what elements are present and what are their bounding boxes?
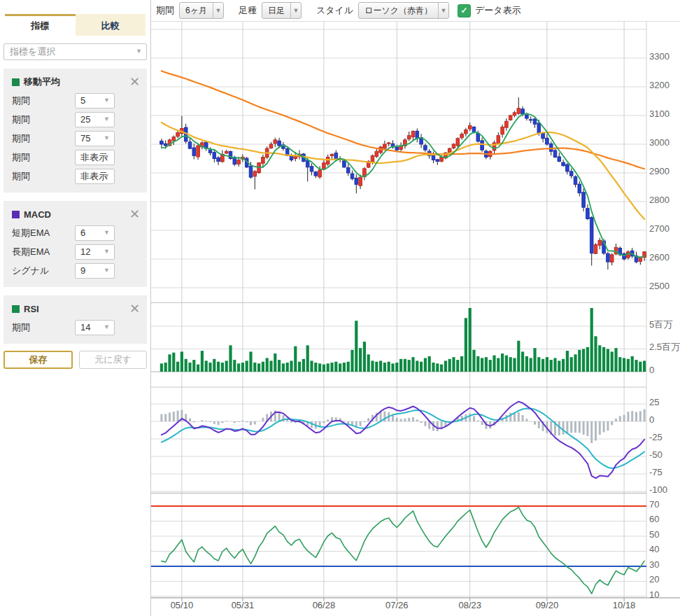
chevron-down-icon: ▼ (290, 3, 301, 18)
svg-text:2600: 2600 (649, 252, 670, 262)
chevron-down-icon: ▼ (104, 248, 110, 255)
svg-text:60: 60 (649, 514, 659, 524)
ma-period-row-3: 期間 75▼ (9, 129, 141, 148)
svg-text:20: 20 (649, 574, 659, 584)
select-value: 6 (80, 227, 85, 238)
panel-title: 移動平均 (24, 76, 60, 88)
rsi-period-row: 期間 14▼ (9, 318, 141, 337)
close-icon[interactable]: ✕ (129, 302, 140, 315)
svg-text:3000: 3000 (649, 137, 670, 148)
svg-text:05/31: 05/31 (232, 600, 255, 610)
svg-text:50: 50 (649, 529, 659, 540)
svg-text:5百万: 5百万 (649, 319, 672, 330)
svg-text:25: 25 (649, 397, 659, 407)
close-icon[interactable]: ✕ (129, 208, 140, 220)
sidebar: 指標 比較 指標を選択 ▼ 移動平均 ✕ 期間 5▼ 期間 25▼ 期間 75 (0, 0, 151, 616)
chevron-down-icon: ▼ (104, 172, 110, 179)
rsi-period-select[interactable]: 14▼ (75, 320, 115, 335)
chevron-down-icon: ▼ (136, 48, 142, 55)
row-label: 期間 (9, 132, 75, 145)
reset-button[interactable]: 元に戻す (79, 351, 147, 369)
bar-type-select[interactable]: 日足▼ (262, 2, 302, 19)
price-panel (160, 71, 646, 270)
row-label: 期間 (9, 321, 75, 334)
ma-color-swatch (12, 78, 20, 86)
save-button[interactable]: 保存 (3, 351, 73, 369)
period-label: 期間 (156, 4, 174, 17)
panel-moving-average: 移動平均 ✕ 期間 5▼ 期間 25▼ 期間 75▼ 期間 非表示▼ 期間 非表… (3, 69, 147, 192)
ma-period-2-select[interactable]: 25▼ (75, 112, 115, 127)
tab-compare[interactable]: 比較 (76, 14, 146, 36)
chevron-down-icon: ▼ (104, 229, 110, 236)
svg-text:-25: -25 (649, 432, 663, 442)
svg-text:2.5百万: 2.5百万 (649, 342, 680, 352)
chart-area: 期間 6ヶ月▼ 足種 日足▼ スタイル ローソク（赤青）▼ ✓ データ表示 33… (151, 0, 680, 616)
close-icon[interactable]: ✕ (129, 76, 140, 88)
svg-text:07/26: 07/26 (385, 600, 409, 610)
ma-period-3-select[interactable]: 75▼ (75, 131, 115, 146)
svg-text:70: 70 (649, 499, 659, 510)
row-label: 期間 (9, 113, 75, 126)
macd-fast-row: 短期EMA 6▼ (9, 223, 141, 242)
svg-text:10/18: 10/18 (613, 600, 636, 610)
rsi-panel (151, 506, 646, 594)
svg-text:2800: 2800 (649, 195, 670, 205)
row-label: 短期EMA (9, 227, 75, 239)
ma-period-1-select[interactable]: 5▼ (75, 93, 115, 108)
ma-period-row-4: 期間 非表示▼ (9, 148, 141, 167)
stock-chart: 3300320031003000290028002700260025005百万2… (151, 22, 680, 616)
axis-labels: 3300320031003000290028002700260025005百万2… (171, 51, 680, 611)
macd-signal-select[interactable]: 9▼ (75, 263, 115, 279)
ma-period-5-select[interactable]: 非表示▼ (75, 169, 115, 184)
row-label: 期間 (9, 94, 75, 107)
svg-text:40: 40 (649, 544, 659, 554)
chevron-down-icon: ▼ (438, 3, 448, 18)
svg-text:06/28: 06/28 (313, 600, 336, 610)
bar-type-label: 足種 (239, 4, 257, 17)
chevron-down-icon: ▼ (104, 115, 110, 122)
macd-signal-row: シグナル 9▼ (9, 261, 141, 280)
data-display-checkbox[interactable]: ✓ (458, 4, 471, 18)
chevron-down-icon: ▼ (104, 153, 110, 160)
chevron-down-icon: ▼ (213, 3, 223, 18)
select-value: 12 (80, 246, 90, 257)
chevron-down-icon: ▼ (104, 134, 110, 141)
gridlines (151, 22, 680, 598)
ma-period-row-2: 期間 25▼ (9, 110, 141, 129)
svg-text:-75: -75 (649, 467, 663, 477)
panel-title: MACD (24, 209, 51, 220)
ma-period-row-1: 期間 5▼ (9, 91, 141, 110)
chevron-down-icon: ▼ (104, 97, 110, 104)
style-select[interactable]: ローソク（赤青）▼ (358, 2, 449, 19)
row-label: 期間 (9, 170, 75, 183)
data-display-label: データ表示 (475, 4, 521, 17)
macd-fast-select[interactable]: 6▼ (75, 225, 115, 241)
chevron-down-icon: ▼ (104, 323, 110, 330)
svg-text:08/23: 08/23 (458, 600, 481, 610)
row-label: 長期EMA (9, 246, 75, 258)
select-value: 日足 (262, 3, 290, 18)
style-label: スタイル (316, 4, 353, 17)
select-value: 5 (80, 95, 85, 106)
svg-text:2900: 2900 (649, 166, 670, 176)
chevron-down-icon: ▼ (104, 267, 110, 274)
indicator-select-placeholder: 指標を選択 (4, 46, 55, 58)
ma-period-4-select[interactable]: 非表示▼ (75, 150, 115, 165)
svg-text:3100: 3100 (649, 108, 670, 119)
select-value: 25 (80, 114, 90, 125)
select-value: 6ヶ月 (180, 3, 213, 18)
panel-macd: MACD ✕ 短期EMA 6▼ 長期EMA 12▼ シグナル 9▼ (3, 201, 147, 287)
panel-title: RSI (24, 304, 39, 314)
macd-panel (160, 402, 645, 479)
tab-indicators[interactable]: 指標 (5, 14, 76, 36)
macd-slow-row: 長期EMA 12▼ (9, 242, 141, 261)
svg-text:2500: 2500 (649, 281, 670, 291)
svg-text:0: 0 (649, 365, 654, 375)
ma-period-row-5: 期間 非表示▼ (9, 167, 141, 186)
svg-text:3200: 3200 (649, 80, 670, 90)
row-label: シグナル (9, 265, 75, 277)
svg-text:-100: -100 (649, 484, 667, 495)
period-select[interactable]: 6ヶ月▼ (179, 2, 224, 19)
indicator-select[interactable]: 指標を選択 ▼ (3, 43, 147, 60)
macd-slow-select[interactable]: 12▼ (75, 244, 115, 260)
